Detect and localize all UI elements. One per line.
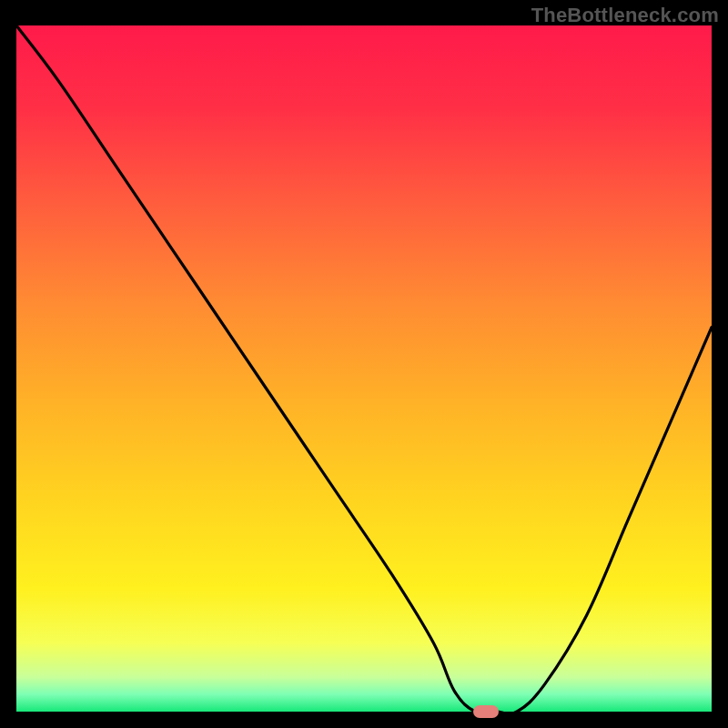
highlight-marker	[473, 705, 499, 718]
gradient-background	[16, 25, 712, 712]
plot-area	[16, 25, 712, 712]
watermark-text: TheBottleneck.com	[531, 4, 719, 27]
chart-frame: TheBottleneck.com	[0, 0, 728, 728]
chart-svg	[16, 25, 712, 712]
